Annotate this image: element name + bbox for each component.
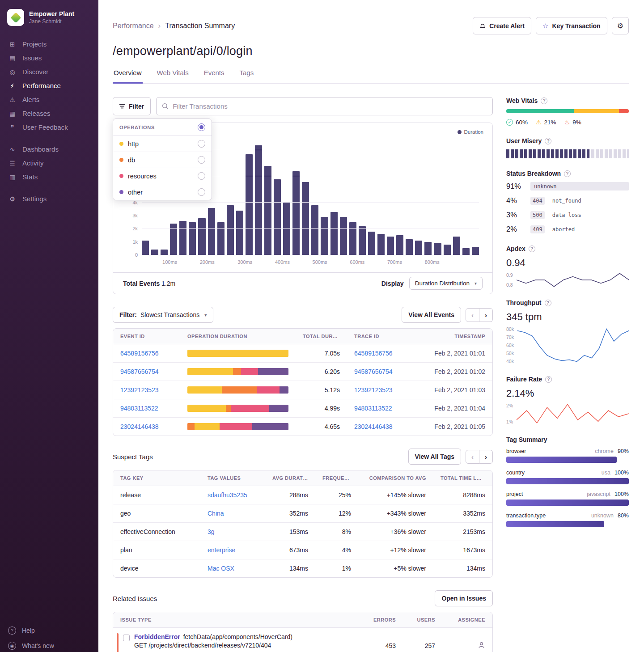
sidebar-item-releases[interactable]: ▦Releases <box>0 106 98 120</box>
settings-button[interactable]: ⚙ <box>612 17 629 34</box>
tab-events[interactable]: Events <box>203 69 225 84</box>
histogram-bar[interactable] <box>151 250 158 255</box>
operation-radio[interactable] <box>198 140 205 148</box>
issue-error-type[interactable]: ForbiddenError <box>134 633 180 640</box>
histogram-bar[interactable] <box>292 171 300 255</box>
trace-id-link[interactable]: 12392123523 <box>347 381 414 399</box>
histogram-bar[interactable] <box>236 211 243 255</box>
histogram-bar[interactable] <box>208 208 215 255</box>
help-icon[interactable]: ? <box>541 97 547 104</box>
event-id-link[interactable]: 23024146438 <box>113 418 180 436</box>
sidebar-item-alerts[interactable]: ⚠Alerts <box>0 93 98 106</box>
help-icon[interactable]: ? <box>545 138 551 144</box>
create-alert-button[interactable]: Create Alert <box>473 17 531 34</box>
sidebar-item-issues[interactable]: ▤Issues <box>0 51 98 65</box>
histogram-bar[interactable] <box>302 182 309 255</box>
next-page-button[interactable]: › <box>479 308 493 322</box>
histogram-bar[interactable] <box>321 217 328 255</box>
sidebar-item-discover[interactable]: ◎Discover <box>0 65 98 79</box>
tab-web-vitals[interactable]: Web Vitals <box>156 69 190 84</box>
histogram-bar[interactable] <box>217 222 225 255</box>
org-switcher[interactable]: Empower Plant Jane Schmidt <box>0 6 98 33</box>
tag-value-link[interactable]: sdaufhu35235 <box>200 486 265 504</box>
histogram-bar[interactable] <box>415 241 422 255</box>
key-transaction-button[interactable]: ☆ Key Transaction <box>536 17 607 34</box>
histogram-bar[interactable] <box>453 237 460 255</box>
histogram-bar[interactable] <box>396 235 403 255</box>
trace-id-link[interactable]: 94803113522 <box>347 399 414 417</box>
tab-tags[interactable]: Tags <box>239 69 255 84</box>
histogram-bar[interactable] <box>227 205 234 255</box>
tag-value-link[interactable]: enterprise <box>200 541 265 559</box>
histogram-bar[interactable] <box>406 239 413 255</box>
help-icon[interactable]: ? <box>529 246 535 252</box>
tag-value-link[interactable]: 3g <box>200 523 265 541</box>
histogram-bar[interactable] <box>444 245 451 255</box>
histogram-bar[interactable] <box>311 205 318 255</box>
issue-assignee[interactable] <box>442 636 492 652</box>
view-all-events-button[interactable]: View All Events <box>402 307 461 323</box>
histogram-bar[interactable] <box>161 250 168 255</box>
sidebar-item-help[interactable]: ?Help <box>0 623 98 638</box>
histogram-bar[interactable] <box>189 222 196 255</box>
issue-checkbox[interactable] <box>123 635 130 641</box>
filter-button[interactable]: Filter <box>113 97 151 115</box>
histogram-bar[interactable] <box>377 234 385 255</box>
histogram-bar[interactable] <box>179 221 186 255</box>
operation-radio[interactable] <box>198 172 205 180</box>
histogram-bar[interactable] <box>472 247 479 255</box>
trace-id-link[interactable]: 94587656754 <box>347 363 414 381</box>
tag-value-link[interactable]: Mac OSX <box>200 559 265 577</box>
prev-page-button[interactable]: ‹ <box>466 308 479 322</box>
operation-option-other[interactable]: other <box>113 184 212 200</box>
histogram-bar[interactable] <box>255 145 262 255</box>
prev-page-button[interactable]: ‹ <box>466 450 479 464</box>
help-icon[interactable]: ? <box>545 300 551 306</box>
event-id-link[interactable]: 12392123523 <box>113 381 180 399</box>
histogram-bar[interactable] <box>340 217 347 255</box>
tag-value-link[interactable]: China <box>200 504 265 522</box>
sidebar-item-performance[interactable]: ⚡Performance <box>0 79 98 93</box>
histogram-bar[interactable] <box>264 166 271 255</box>
event-id-link[interactable]: 94587656754 <box>113 363 180 381</box>
operation-option-db[interactable]: db <box>113 152 212 168</box>
sidebar-item-projects[interactable]: ⊞Projects <box>0 37 98 51</box>
sidebar-item-activity[interactable]: ☰Activity <box>0 156 98 170</box>
next-page-button[interactable]: › <box>479 450 493 464</box>
search-input[interactable] <box>173 102 487 110</box>
histogram-bar[interactable] <box>424 242 432 255</box>
event-id-link[interactable]: 64589156756 <box>113 344 180 362</box>
breadcrumb-performance[interactable]: Performance <box>113 22 154 30</box>
sidebar-item-stats[interactable]: ▥Stats <box>0 170 98 184</box>
operation-radio[interactable] <box>198 188 205 196</box>
operation-option-resources[interactable]: resources <box>113 168 212 184</box>
histogram-bar[interactable] <box>434 243 441 255</box>
help-icon[interactable]: ? <box>564 170 571 177</box>
sidebar-item-settings[interactable]: ⚙Settings <box>0 192 98 206</box>
tab-overview[interactable]: Overview <box>113 69 143 84</box>
histogram-bar[interactable] <box>462 248 470 255</box>
events-filter-select[interactable]: Filter: Slowest Transactions ▾ <box>113 307 213 323</box>
operation-radio[interactable] <box>198 156 205 164</box>
histogram-bar[interactable] <box>368 232 375 255</box>
view-all-tags-button[interactable]: View All Tags <box>408 449 461 465</box>
trace-id-link[interactable]: 64589156756 <box>347 344 414 362</box>
help-icon[interactable]: ? <box>545 376 552 383</box>
sidebar-item-whats-new[interactable]: ◉What's new <box>0 638 98 652</box>
operation-option-http[interactable]: http <box>113 136 212 152</box>
histogram-bar[interactable] <box>142 241 149 255</box>
histogram-bar[interactable] <box>283 203 290 255</box>
trace-id-link[interactable]: 23024146438 <box>347 418 414 436</box>
histogram-bar[interactable] <box>274 179 281 255</box>
operations-all-radio[interactable] <box>198 123 205 131</box>
display-select[interactable]: Duration Distribution ▾ <box>409 277 483 290</box>
histogram-bar[interactable] <box>246 154 253 255</box>
sidebar-item-dashboards[interactable]: ∿Dashboards <box>0 142 98 156</box>
event-id-link[interactable]: 94803113522 <box>113 399 180 417</box>
histogram-bar[interactable] <box>359 226 366 255</box>
open-in-issues-button[interactable]: Open in Issues <box>435 590 493 606</box>
histogram-bar[interactable] <box>198 218 205 255</box>
sidebar-item-user-feedback[interactable]: ❞User Feedback <box>0 120 98 134</box>
histogram-bar[interactable] <box>330 212 338 255</box>
histogram-bar[interactable] <box>387 237 394 255</box>
